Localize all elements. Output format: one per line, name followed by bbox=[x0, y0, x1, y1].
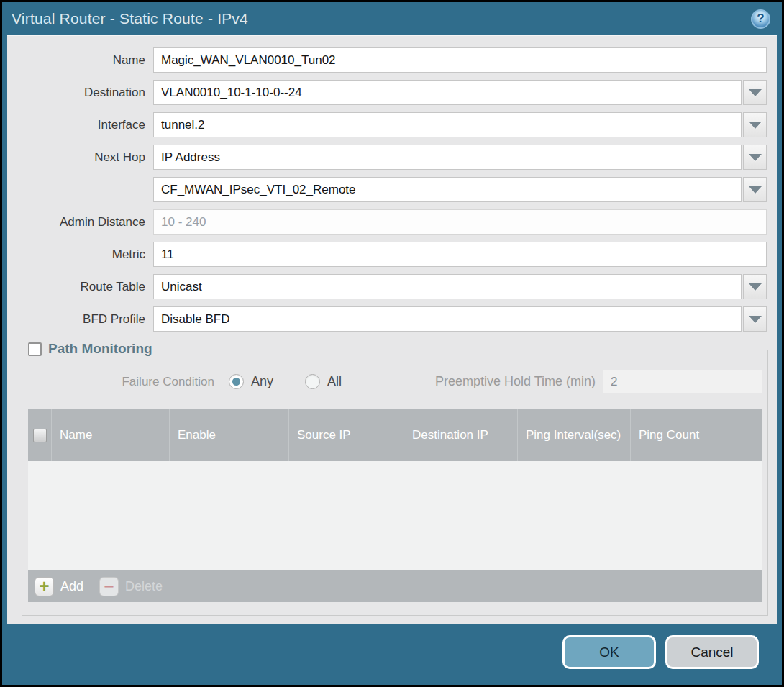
add-button-label: Add bbox=[60, 579, 83, 594]
route-table-input[interactable] bbox=[153, 274, 742, 299]
delete-button-label: Delete bbox=[125, 579, 163, 594]
failure-condition-any-radio[interactable] bbox=[229, 374, 244, 389]
select-all-cell bbox=[28, 409, 52, 461]
destination-input[interactable] bbox=[153, 80, 742, 105]
interface-row: Interface bbox=[7, 112, 767, 137]
metric-label: Metric bbox=[7, 247, 153, 262]
path-monitoring-section: Path Monitoring Failure Condition Any Al… bbox=[22, 350, 768, 616]
chevron-down-icon bbox=[749, 316, 762, 323]
bfd-profile-row: BFD Profile bbox=[7, 306, 767, 332]
destination-label: Destination bbox=[7, 86, 153, 100]
interface-input[interactable] bbox=[153, 112, 742, 137]
destination-row: Destination bbox=[7, 80, 767, 105]
admin-distance-label: Admin Distance bbox=[7, 215, 153, 229]
failure-condition-any-label: Any bbox=[251, 374, 273, 389]
help-icon[interactable]: ? bbox=[751, 9, 770, 29]
next-hop-dropdown-button[interactable] bbox=[743, 145, 767, 170]
destination-dropdown-button[interactable] bbox=[743, 80, 767, 105]
admin-distance-input[interactable] bbox=[153, 209, 767, 235]
static-route-dialog: Virtual Router - Static Route - IPv4 ? N… bbox=[2, 2, 782, 685]
metric-row: Metric bbox=[7, 242, 767, 267]
bfd-profile-input[interactable] bbox=[153, 306, 742, 332]
chevron-down-icon bbox=[749, 89, 762, 96]
cancel-button[interactable]: Cancel bbox=[665, 635, 759, 669]
chevron-down-icon bbox=[749, 154, 762, 161]
dialog-content: Name Destination Interface bbox=[7, 35, 777, 624]
title-bar: Virtual Router - Static Route - IPv4 ? bbox=[2, 2, 782, 35]
help-glyph: ? bbox=[757, 12, 764, 26]
route-table-dropdown-button[interactable] bbox=[743, 274, 767, 299]
name-label: Name bbox=[7, 53, 153, 68]
failure-condition-all-radio[interactable] bbox=[305, 374, 320, 389]
name-row: Name bbox=[7, 47, 767, 73]
preemptive-hold-time-input[interactable] bbox=[603, 370, 762, 393]
next-hop-label: Next Hop bbox=[7, 150, 153, 165]
delete-button[interactable]: − Delete bbox=[99, 577, 163, 596]
path-monitoring-table: Name Enable Source IP Destination IP Pin… bbox=[28, 409, 762, 602]
add-button[interactable]: + Add bbox=[35, 577, 99, 596]
interface-label: Interface bbox=[7, 118, 153, 132]
dialog-title: Virtual Router - Static Route - IPv4 bbox=[12, 10, 248, 27]
chevron-down-icon bbox=[749, 186, 762, 194]
plus-icon: + bbox=[35, 577, 54, 596]
name-input[interactable] bbox=[153, 47, 767, 73]
route-table-row: Route Table bbox=[7, 274, 767, 299]
path-monitoring-checkbox[interactable] bbox=[28, 342, 42, 356]
bfd-profile-dropdown-button[interactable] bbox=[743, 306, 767, 332]
column-header-ping-interval: Ping Interval(sec) bbox=[518, 409, 631, 461]
column-header-name: Name bbox=[52, 409, 170, 461]
next-hop-address-dropdown-button[interactable] bbox=[743, 177, 767, 202]
column-header-ping-count: Ping Count bbox=[631, 409, 762, 461]
chevron-down-icon bbox=[749, 122, 762, 129]
table-body-empty bbox=[28, 461, 762, 570]
next-hop-address-row bbox=[7, 177, 767, 202]
column-header-enable: Enable bbox=[170, 409, 289, 461]
next-hop-row: Next Hop bbox=[7, 145, 767, 170]
minus-icon: − bbox=[99, 577, 119, 596]
next-hop-type-input[interactable] bbox=[153, 145, 742, 170]
failure-condition-all-label: All bbox=[327, 374, 342, 389]
bfd-profile-label: BFD Profile bbox=[7, 312, 153, 327]
path-monitoring-legend: Path Monitoring bbox=[25, 341, 158, 357]
column-header-source-ip: Source IP bbox=[289, 409, 404, 461]
admin-distance-row: Admin Distance bbox=[7, 209, 767, 235]
preemptive-hold-time-label: Preemptive Hold Time (min) bbox=[435, 374, 596, 389]
column-header-destination-ip: Destination IP bbox=[404, 409, 518, 461]
failure-condition-row: Failure Condition Any All Preemptive Hol… bbox=[22, 370, 767, 393]
table-toolbar: + Add − Delete bbox=[28, 570, 762, 602]
metric-input[interactable] bbox=[153, 242, 767, 267]
next-hop-address-input[interactable] bbox=[153, 177, 742, 202]
ok-button[interactable]: OK bbox=[562, 635, 656, 669]
failure-condition-label: Failure Condition bbox=[22, 375, 220, 389]
path-monitoring-title: Path Monitoring bbox=[48, 341, 152, 357]
dialog-footer: OK Cancel bbox=[7, 624, 777, 680]
table-header-row: Name Enable Source IP Destination IP Pin… bbox=[28, 409, 762, 461]
route-table-label: Route Table bbox=[7, 280, 153, 294]
interface-dropdown-button[interactable] bbox=[743, 112, 767, 137]
chevron-down-icon bbox=[749, 283, 762, 291]
select-all-checkbox[interactable] bbox=[33, 429, 47, 442]
